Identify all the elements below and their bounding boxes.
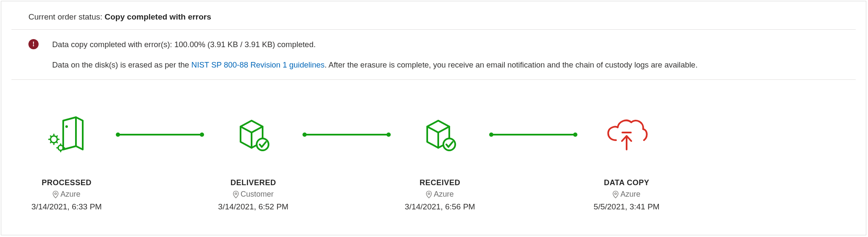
location-pin-icon xyxy=(53,191,59,198)
step-label-delivered: DELIVERED Customer 3/14/2021, 6:52 PM xyxy=(211,178,296,212)
step-icon-delivered xyxy=(211,116,296,154)
step-name: DELIVERED xyxy=(211,178,296,187)
step-icon-datacopy xyxy=(584,116,669,154)
step-time: 3/14/2021, 6:56 PM xyxy=(398,202,482,212)
location-pin-icon xyxy=(426,191,432,198)
location-pin-icon xyxy=(233,191,239,198)
step-label-received: RECEIVED Azure 3/14/2021, 6:56 PM xyxy=(398,178,482,212)
nist-guidelines-link[interactable]: NIST SP 800-88 Revision 1 guidelines xyxy=(191,60,325,69)
step-location: Azure xyxy=(613,190,640,199)
steps-icon-row xyxy=(24,116,866,154)
status-label: Current order status: xyxy=(28,12,105,21)
step-connector xyxy=(304,134,389,135)
step-location: Azure xyxy=(53,190,80,199)
alert-line-2-post: . After the erasure is complete, you rec… xyxy=(325,60,697,69)
alert-text: Data copy completed with error(s): 100.0… xyxy=(52,38,697,71)
step-location-text: Azure xyxy=(620,190,640,199)
alert-line-1: Data copy completed with error(s): 100.0… xyxy=(52,38,697,51)
status-value: Copy completed with errors xyxy=(105,12,211,21)
alert-block: ! Data copy completed with error(s): 100… xyxy=(1,30,866,79)
step-name: PROCESSED xyxy=(24,178,109,187)
step-time: 3/14/2021, 6:33 PM xyxy=(24,202,109,212)
step-location: Azure xyxy=(426,190,454,199)
error-icon: ! xyxy=(28,39,39,49)
svg-point-18 xyxy=(443,138,455,150)
server-gears-icon xyxy=(45,116,88,154)
step-location-text: Azure xyxy=(60,190,80,199)
box-check-icon xyxy=(419,116,461,154)
step-icon-processed xyxy=(24,116,109,154)
step-connector xyxy=(118,134,202,135)
box-check-icon xyxy=(232,116,274,154)
step-name: DATA COPY xyxy=(584,178,669,187)
step-location: Customer xyxy=(233,190,274,199)
svg-line-9 xyxy=(50,142,51,143)
order-status-panel: Current order status: Copy completed wit… xyxy=(1,1,866,235)
alert-line-2: Data on the disk(s) is erased as per the… xyxy=(52,59,697,71)
svg-point-16 xyxy=(257,138,269,150)
steps-area: PROCESSED Azure 3/14/2021, 6:33 PM DELIV… xyxy=(1,80,866,212)
step-location-text: Customer xyxy=(241,190,274,199)
location-pin-icon xyxy=(613,191,619,198)
steps-labels-row: PROCESSED Azure 3/14/2021, 6:33 PM DELIV… xyxy=(24,178,866,212)
step-connector xyxy=(491,134,576,135)
step-time: 3/14/2021, 6:52 PM xyxy=(211,202,296,212)
cloud-upload-icon xyxy=(603,116,650,154)
step-label-datacopy: DATA COPY Azure 5/5/2021, 3:41 PM xyxy=(584,178,669,212)
svg-line-7 xyxy=(56,142,57,143)
step-location-text: Azure xyxy=(434,190,454,199)
step-icon-received xyxy=(398,116,482,154)
svg-line-6 xyxy=(50,136,51,137)
svg-point-0 xyxy=(65,125,68,128)
step-label-processed: PROCESSED Azure 3/14/2021, 6:33 PM xyxy=(24,178,109,212)
step-time: 5/5/2021, 3:41 PM xyxy=(584,202,669,212)
svg-line-8 xyxy=(56,136,57,137)
alert-line-2-pre: Data on the disk(s) is erased as per the xyxy=(52,60,191,69)
step-name: RECEIVED xyxy=(398,178,482,187)
status-header: Current order status: Copy completed wit… xyxy=(1,1,866,29)
